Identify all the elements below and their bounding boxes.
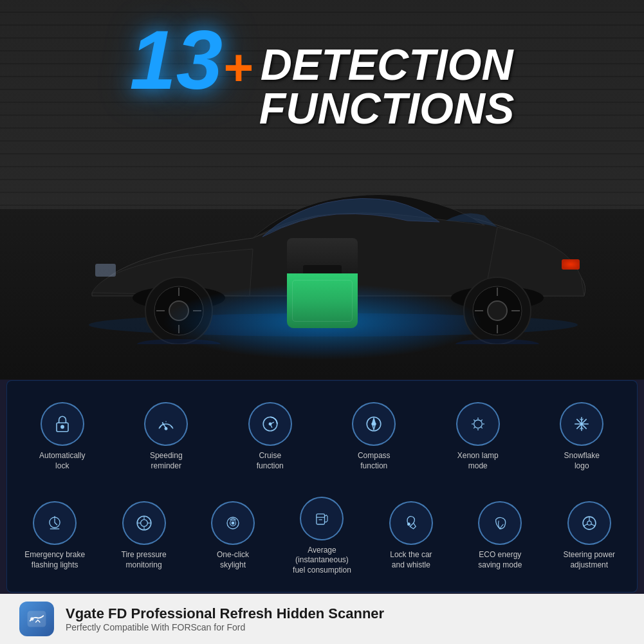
lock-icon	[51, 412, 74, 436]
eco-label: ECO energysaving mode	[478, 550, 522, 570]
tire-icon-circle	[122, 501, 166, 545]
speedometer-icon	[154, 412, 178, 436]
fuel-icon-circle	[300, 497, 344, 540]
auto-lock-label: Automaticallylock	[39, 451, 85, 471]
svg-rect-18	[562, 259, 580, 270]
fuel-label: Average (instantaneous)fuel consumption	[280, 546, 363, 576]
function-snowflake: Snowflakelogo	[540, 402, 623, 471]
cruise-icon-circle	[248, 402, 292, 446]
svg-line-39	[474, 427, 475, 428]
main-container: 13+ DETECTION FUNCTIONS	[0, 0, 644, 644]
svg-point-59	[232, 522, 234, 525]
title-container: 13+ DETECTION FUNCTIONS	[33, 18, 612, 130]
function-emergency-brake: Emergency brakeflashing lights	[13, 501, 97, 570]
title-plus: +	[223, 42, 253, 93]
snowflake-label: Snowflakelogo	[564, 451, 600, 471]
app-icon-svg	[25, 607, 48, 630]
svg-point-31	[474, 420, 482, 428]
steering-icon-circle	[567, 501, 611, 545]
cruise-icon	[259, 412, 282, 436]
svg-line-38	[481, 420, 483, 421]
compass-icon	[362, 412, 385, 436]
function-lock-whistle: Lock the carand whistle	[369, 501, 453, 570]
obd-top	[287, 238, 358, 273]
svg-rect-60	[317, 513, 325, 524]
lock-whistle-icon-circle	[389, 501, 433, 545]
title-text-block: DETECTION FUNCTIONS	[259, 42, 515, 130]
title-detection: DETECTION	[259, 42, 515, 86]
obd-body	[287, 273, 358, 328]
svg-point-30	[373, 423, 375, 426]
title-number: 13	[130, 18, 223, 102]
skylight-icon-circle	[211, 501, 255, 545]
steering-label: Steering poweradjustment	[563, 550, 615, 570]
emergency-brake-label: Emergency brakeflashing lights	[24, 550, 85, 570]
obd-device	[287, 238, 358, 328]
svg-point-21	[455, 339, 539, 344]
emergency-brake-icon-circle	[33, 501, 77, 545]
svg-rect-19	[95, 264, 116, 277]
cruise-label: Cruisefunction	[257, 451, 284, 471]
eco-icon-circle	[478, 501, 522, 545]
skylight-icon	[221, 511, 244, 535]
function-auto-lock: Automaticallylock	[21, 402, 104, 471]
function-steering: Steering poweradjustment	[547, 501, 631, 570]
eco-icon	[488, 511, 511, 535]
function-tire-pressure: Tire pressuremonitoring	[102, 501, 186, 570]
svg-point-8	[488, 301, 507, 320]
title-functions: FUNCTIONS	[259, 86, 515, 130]
svg-line-68	[591, 524, 594, 526]
svg-point-70	[30, 617, 33, 620]
compass-label: Compassfunction	[358, 451, 391, 471]
function-speed-reminder: Speedingreminder	[124, 402, 208, 471]
functions-section: Automaticallylock Speedingreminder	[6, 380, 638, 593]
svg-point-24	[165, 428, 167, 430]
lock-whistle-icon	[400, 511, 423, 535]
tire-icon	[133, 511, 156, 535]
snowflake-icon	[570, 412, 593, 436]
function-skylight: One-clickskylight	[191, 501, 275, 570]
compass-icon-circle	[352, 402, 396, 446]
xenon-icon	[466, 412, 490, 436]
bottom-bar: Vgate FD Professional Refresh Hidden Sca…	[0, 594, 644, 644]
svg-line-37	[481, 427, 483, 428]
tire-pressure-label: Tire pressuremonitoring	[122, 550, 167, 570]
svg-point-65	[587, 521, 591, 525]
xenon-icon-circle	[456, 402, 500, 446]
functions-row-2: Emergency brakeflashing lights Tire pres…	[10, 486, 634, 585]
steering-icon	[578, 511, 601, 535]
svg-point-63	[407, 523, 410, 526]
skylight-label: One-clickskylight	[217, 550, 249, 570]
svg-point-52	[140, 520, 147, 527]
svg-point-26	[269, 423, 271, 426]
svg-rect-69	[28, 611, 46, 627]
snowflake-icon-circle	[560, 402, 603, 446]
function-xenon: Xenon lampmode	[436, 402, 520, 471]
fuel-icon	[310, 507, 333, 530]
xenon-label: Xenon lampmode	[457, 451, 499, 471]
auto-lock-icon-circle	[41, 402, 84, 446]
svg-line-36	[474, 420, 475, 421]
function-cruise: Cruisefunction	[228, 402, 312, 471]
lock-whistle-label: Lock the carand whistle	[390, 550, 432, 570]
product-title: Vgate FD Professional Refresh Hidden Sca…	[66, 605, 384, 622]
function-eco: ECO energysaving mode	[458, 501, 542, 570]
speed-icon-circle	[144, 402, 188, 446]
bottom-text: Vgate FD Professional Refresh Hidden Sca…	[66, 605, 384, 632]
emergency-brake-icon	[43, 511, 66, 535]
product-subtitle: Perfectly Compatible With FORScan for Fo…	[66, 622, 384, 632]
hero-section: 13+ DETECTION FUNCTIONS	[0, 0, 644, 380]
speed-reminder-label: Speedingreminder	[150, 451, 183, 471]
svg-point-23	[61, 426, 64, 429]
svg-line-67	[584, 524, 587, 526]
function-fuel: Average (instantaneous)fuel consumption	[280, 497, 363, 576]
app-icon	[19, 602, 54, 636]
functions-row-1: Automaticallylock Speedingreminder	[10, 387, 634, 486]
function-compass: Compassfunction	[332, 402, 416, 471]
